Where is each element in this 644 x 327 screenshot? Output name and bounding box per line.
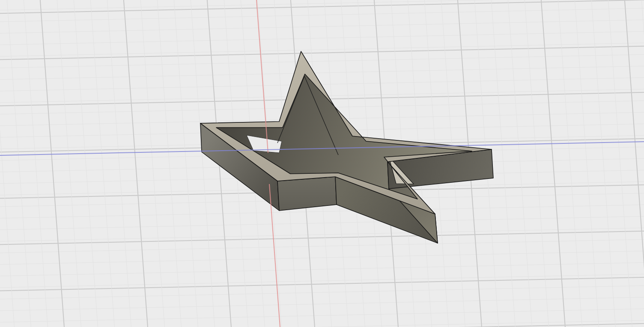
star-cookie-cutter[interactable]	[200, 51, 493, 243]
cad-viewport[interactable]	[0, 0, 644, 327]
end-wall-southwest-arm[interactable]	[277, 177, 337, 211]
model-layer	[0, 0, 644, 327]
